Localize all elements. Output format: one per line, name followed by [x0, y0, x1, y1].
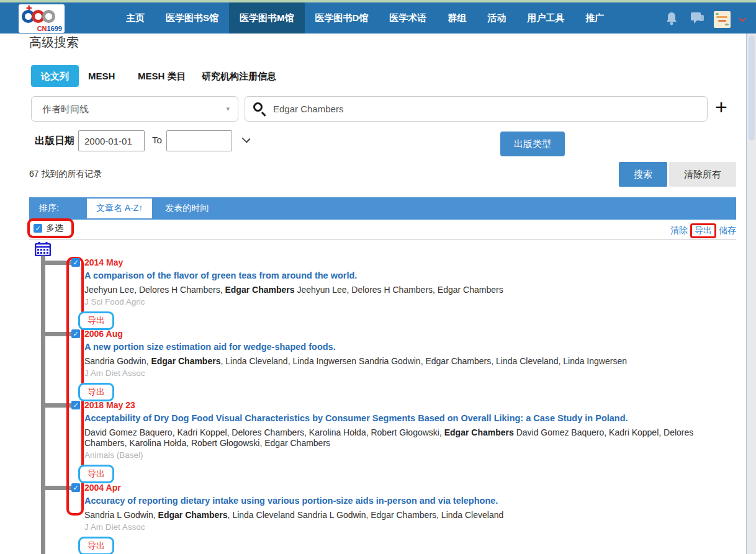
- tab-mesh[interactable]: MESH: [88, 71, 115, 81]
- sort-by-date-button[interactable]: 发表的时间: [165, 203, 209, 214]
- search-icon: [253, 102, 263, 112]
- nav-item-activities[interactable]: 活动: [477, 2, 516, 34]
- nav-item-user-tools[interactable]: 用户工具: [516, 2, 575, 34]
- item-journal: Animals (Basel): [84, 450, 717, 460]
- publish-date-label: 出版日期: [35, 135, 74, 148]
- item-date: 2014 May: [84, 257, 123, 267]
- result-item: 2018 May 23 Acceptability of Dry Dog Foo…: [71, 400, 717, 483]
- bell-icon[interactable]: [665, 12, 678, 25]
- logo-ring-gray: [42, 10, 55, 23]
- list-action-links: 清除 导出 储存: [670, 223, 736, 238]
- add-search-row-button[interactable]: [715, 95, 727, 119]
- item-checkbox[interactable]: [71, 258, 80, 267]
- item-title-link[interactable]: A comparison of the flavor of green teas…: [84, 270, 717, 281]
- item-checkbox[interactable]: [71, 329, 80, 338]
- sort-label: 排序:: [39, 203, 59, 214]
- results-count: 67 找到的所有记录: [29, 169, 102, 180]
- item-authors: Sandria L Godwin, Edgar Chambers, Linda …: [84, 510, 717, 520]
- publication-type-button[interactable]: 出版类型: [500, 132, 565, 156]
- top-navbar: ✚ CN1699 主页 医学图书S馆 医学图书M馆 医学图书D馆 医学术语 群组…: [0, 2, 756, 34]
- item-authors: Sandria Godwin, Edgar Chambers, Linda Cl…: [84, 356, 717, 367]
- search-field-select[interactable]: 作者时间线: [31, 96, 238, 122]
- tab-institution-registry[interactable]: 研究机构注册信息: [202, 71, 276, 83]
- divider: [29, 239, 736, 240]
- select-caret-icon: [226, 97, 230, 121]
- tab-article-list[interactable]: 论文列: [31, 65, 79, 87]
- result-item: 2004 Apr Accuracy of reporting dietary i…: [71, 482, 717, 554]
- multi-select-annotation: 多选: [27, 218, 74, 238]
- multi-select-label: 多选: [46, 223, 63, 234]
- page-title: 高级搜索: [29, 34, 79, 51]
- sort-by-title-button[interactable]: 文章名 A-Z↑: [87, 199, 152, 218]
- date-to-label: To: [152, 135, 162, 145]
- vertical-scrollbar[interactable]: [746, 34, 756, 554]
- site-logo[interactable]: ✚ CN1699: [19, 4, 65, 33]
- logo-text: CN1699: [37, 25, 62, 32]
- item-date: 2004 Apr: [84, 483, 121, 493]
- item-title-link[interactable]: Acceptability of Dry Dog Food Visual Cha…: [84, 413, 717, 424]
- nav-item-library-s[interactable]: 医学图书S馆: [155, 2, 229, 34]
- nav-item-medical-terms[interactable]: 医学术语: [379, 2, 437, 34]
- export-link[interactable]: 导出: [695, 225, 712, 235]
- date-to-input[interactable]: [166, 130, 232, 151]
- search-input[interactable]: Edgar Chambers: [245, 96, 708, 122]
- item-export-button[interactable]: 导出: [78, 311, 114, 330]
- export-link-annotation: 导出: [690, 223, 716, 238]
- main-nav: 主页 医学图书S馆 医学图书M馆 医学图书D馆 医学术语 群组 活动 用户工具 …: [115, 2, 614, 34]
- search-query-value: Edgar Chambers: [273, 104, 343, 114]
- save-link[interactable]: 储存: [719, 225, 736, 236]
- item-checkbox[interactable]: [71, 401, 80, 409]
- item-journal: J Am Diet Assoc: [84, 522, 717, 532]
- calendar-icon: [35, 241, 51, 256]
- item-journal: J Sci Food Agric: [84, 297, 717, 306]
- item-date: 2018 May 23: [84, 400, 135, 410]
- user-avatar[interactable]: [714, 11, 731, 28]
- item-authors: Jeehyun Lee, Delores H Chambers, Edgar C…: [84, 285, 717, 295]
- nav-item-library-m[interactable]: 医学图书M馆: [229, 2, 305, 34]
- result-item: 2006 Aug A new portion size estimation a…: [71, 328, 717, 401]
- item-export-button[interactable]: 导出: [78, 465, 114, 483]
- nav-item-library-d[interactable]: 医学图书D馆: [305, 2, 379, 34]
- result-item: 2014 May A comparison of the flavor of g…: [71, 257, 717, 330]
- multi-select-checkbox[interactable]: [34, 224, 42, 233]
- nav-item-promotion[interactable]: 推广: [575, 2, 614, 34]
- item-date: 2006 Aug: [84, 329, 123, 339]
- date-expand-caret-icon[interactable]: [241, 134, 250, 143]
- item-title-link[interactable]: A new portion size estimation aid for we…: [84, 341, 717, 352]
- item-export-button[interactable]: 导出: [78, 383, 114, 401]
- nav-item-home[interactable]: 主页: [115, 2, 155, 34]
- nav-item-groups[interactable]: 群组: [437, 2, 477, 34]
- date-from-input[interactable]: [78, 130, 145, 151]
- tab-mesh-category[interactable]: MESH 类目: [138, 71, 186, 83]
- item-checkbox[interactable]: [71, 483, 80, 492]
- item-export-button[interactable]: 导出: [78, 537, 114, 554]
- results-timeline: 2014 May A comparison of the flavor of g…: [0, 241, 756, 554]
- clear-link[interactable]: 清除: [670, 225, 688, 236]
- scrollbar-thumb[interactable]: [749, 35, 755, 141]
- sort-bar: 排序: 文章名 A-Z↑ 发表的时间: [29, 197, 736, 220]
- chat-icon[interactable]: [690, 12, 704, 25]
- item-title-link[interactable]: Accuracy of reporting dietary intake usi…: [84, 495, 717, 506]
- clear-all-button[interactable]: 清除所有: [669, 162, 736, 187]
- search-field-selected-value: 作者时间线: [42, 104, 89, 114]
- search-button[interactable]: 搜索: [619, 162, 667, 187]
- account-caret-down-icon[interactable]: [739, 15, 745, 22]
- item-authors: David Gomez Baquero, Kadri Koppel, Delor…: [84, 427, 717, 449]
- item-journal: J Am Diet Assoc: [84, 369, 717, 378]
